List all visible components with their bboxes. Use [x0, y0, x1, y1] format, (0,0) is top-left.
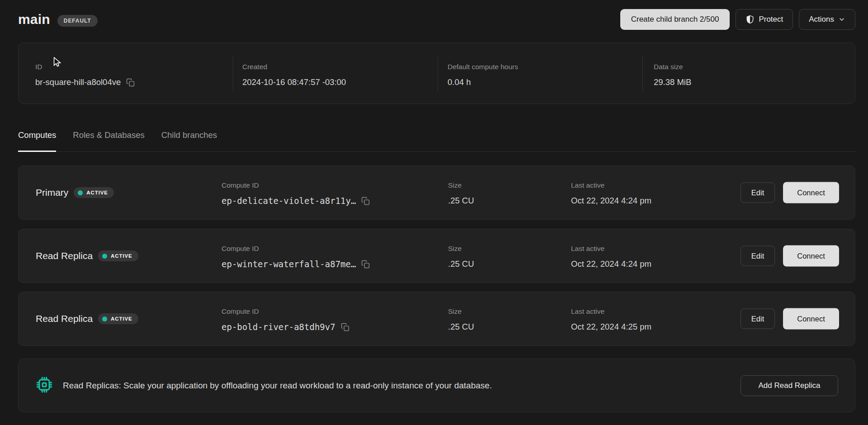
compute-hours-label: Default compute hours: [448, 63, 642, 71]
connect-button[interactable]: Connect: [783, 308, 839, 330]
compute-row-read-replica-1: Read Replica ACTIVE Compute ID ep-winter…: [18, 229, 855, 283]
compute-hours-value: 0.04 h: [448, 77, 471, 87]
size-value: .25 CU: [448, 196, 474, 206]
compute-row-read-replica-2: Read Replica ACTIVE Compute ID ep-bold-r…: [18, 292, 855, 346]
compute-id-value: ep-winter-waterfall-a87me…: [222, 259, 356, 269]
status-badge: ACTIVE: [98, 250, 138, 261]
compute-id-field: Compute ID ep-bold-river-a8tdh9v7: [222, 307, 349, 332]
compute-id-value: ep-bold-river-a8tdh9v7: [222, 322, 335, 332]
tab-child-branches[interactable]: Child branches: [161, 129, 217, 152]
branch-info-card: ID br-square-hill-a8ol04ve Created 2024-…: [18, 42, 855, 104]
cpu-chip-icon: [36, 376, 53, 395]
size-field: Size .25 CU: [448, 245, 474, 269]
size-value: .25 CU: [448, 259, 474, 269]
default-badge: DEFAULT: [57, 15, 98, 27]
read-replica-description: Read Replicas: Scale your application by…: [63, 381, 492, 391]
compute-id-field: Compute ID ep-delicate-violet-a8r11y…: [222, 181, 370, 206]
compute-id-value: ep-delicate-violet-a8r11y…: [222, 196, 356, 206]
size-field: Size .25 CU: [448, 307, 474, 332]
active-status-dot: [78, 190, 83, 195]
copy-icon[interactable]: [361, 197, 370, 205]
active-status-dot: [102, 254, 107, 259]
last-active-field: Last active Oct 22, 2024 4:24 pm: [571, 181, 651, 206]
created-label: Created: [242, 63, 438, 71]
read-replica-banner: Read Replicas: Scale your application by…: [18, 359, 855, 412]
protect-button[interactable]: Protect: [736, 9, 793, 30]
last-active-value: Oct 22, 2024 4:24 pm: [571, 259, 651, 269]
connect-button[interactable]: Connect: [783, 182, 839, 203]
create-child-branch-button[interactable]: Create child branch 2/500: [620, 9, 730, 30]
status-badge: ACTIVE: [98, 313, 138, 324]
created-field: Created 2024-10-16 08:47:57 -03:00: [233, 43, 438, 104]
shield-icon: [745, 15, 755, 24]
chevron-down-icon: [838, 16, 845, 23]
compute-hours-field: Default compute hours 0.04 h: [438, 43, 642, 104]
edit-button[interactable]: Edit: [741, 183, 775, 203]
last-active-field: Last active Oct 22, 2024 4:25 pm: [571, 307, 651, 332]
copy-icon[interactable]: [126, 78, 135, 87]
data-size-value: 29.38 MiB: [654, 77, 691, 87]
compute-row-primary: Primary ACTIVE Compute ID ep-delicate-vi…: [18, 165, 855, 220]
size-field: Size .25 CU: [448, 181, 474, 206]
edit-button[interactable]: Edit: [741, 246, 775, 266]
header-actions: Create child branch 2/500 Protect Action…: [620, 9, 855, 30]
tab-computes[interactable]: Computes: [18, 129, 56, 152]
add-read-replica-button[interactable]: Add Read Replica: [741, 375, 838, 396]
created-value: 2024-10-16 08:47:57 -03:00: [242, 77, 346, 87]
edit-button[interactable]: Edit: [741, 309, 775, 329]
data-size-label: Data size: [654, 63, 855, 71]
branch-header: main DEFAULT Create child branch 2/500 P…: [18, 8, 855, 31]
last-active-value: Oct 22, 2024 4:25 pm: [571, 322, 651, 332]
status-badge: ACTIVE: [74, 187, 114, 198]
copy-icon[interactable]: [361, 260, 370, 269]
branch-id-value: br-square-hill-a8ol04ve: [35, 77, 121, 87]
tab-roles-databases[interactable]: Roles & Databases: [73, 129, 144, 152]
compute-id-field: Compute ID ep-winter-waterfall-a87me…: [222, 245, 370, 269]
branch-tabs: Computes Roles & Databases Child branche…: [18, 129, 855, 152]
branch-id-field: ID br-square-hill-a8ol04ve: [19, 43, 233, 104]
copy-icon[interactable]: [341, 323, 349, 331]
compute-name: Read Replica ACTIVE: [36, 313, 138, 324]
actions-button[interactable]: Actions: [799, 9, 855, 30]
compute-name: Read Replica ACTIVE: [36, 250, 138, 261]
connect-button[interactable]: Connect: [783, 246, 839, 267]
last-active-value: Oct 22, 2024 4:24 pm: [571, 196, 651, 206]
data-size-field: Data size 29.38 MiB: [642, 43, 855, 104]
active-status-dot: [102, 316, 107, 321]
page-title: main: [18, 12, 50, 27]
id-label: ID: [35, 63, 233, 71]
compute-name: Primary ACTIVE: [36, 187, 114, 198]
size-value: .25 CU: [448, 322, 474, 332]
last-active-field: Last active Oct 22, 2024 4:24 pm: [571, 245, 651, 269]
